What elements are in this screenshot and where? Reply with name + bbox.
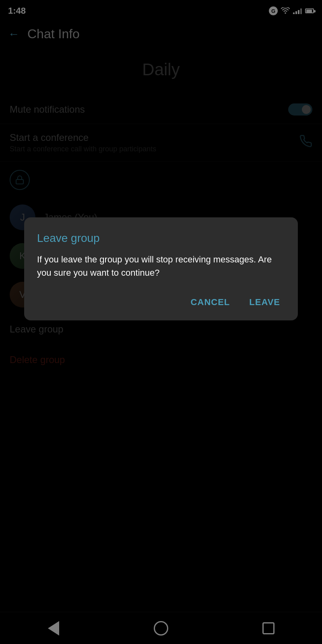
dialog-message: If you leave the group you will stop rec… [37,253,285,279]
leave-group-dialog: Leave group If you leave the group you w… [24,217,298,320]
dialog-title: Leave group [37,232,285,245]
dialog-buttons: CANCEL LEAVE [37,294,285,311]
cancel-button[interactable]: CANCEL [186,294,235,311]
leave-button[interactable]: LEAVE [244,294,285,311]
dialog-overlay [0,0,322,644]
